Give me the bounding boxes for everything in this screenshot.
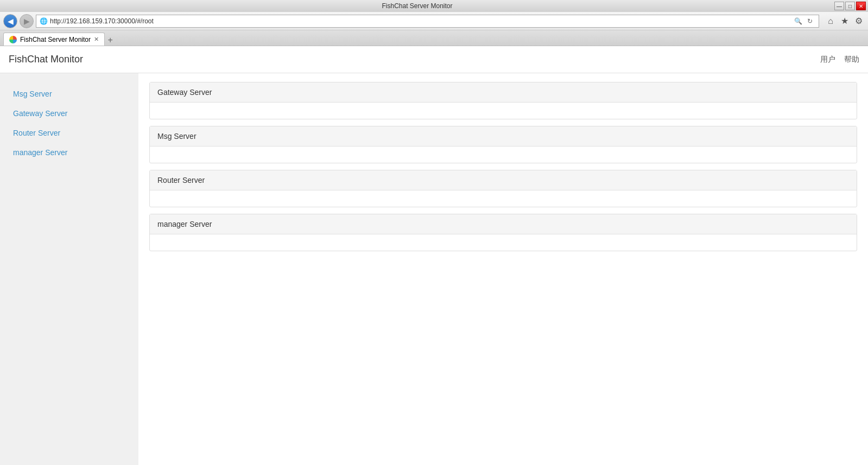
- tab-favicon: [9, 36, 17, 43]
- gateway-server-card-body: [150, 103, 857, 119]
- address-input[interactable]: [50, 17, 793, 25]
- address-actions: 🔍 ↻: [793, 16, 815, 27]
- msg-server-title: Msg Server: [157, 132, 197, 141]
- globe-icon: 🌐: [40, 17, 48, 25]
- router-server-card-body: [150, 190, 857, 207]
- gateway-server-card: Gateway Server: [149, 82, 857, 119]
- browser-toolbar: ◀ ▶ 🌐 🔍 ↻ ⌂ ★ ⚙: [0, 12, 868, 30]
- msg-server-card-body: [150, 146, 857, 163]
- tab-bar: FishChat Server Monitor ✕ +: [0, 30, 868, 46]
- refresh-button[interactable]: ↻: [804, 16, 815, 27]
- title-bar: FishChat Server Monitor — □ ✕: [0, 0, 868, 12]
- router-server-title: Router Server: [157, 176, 205, 184]
- close-button[interactable]: ✕: [856, 2, 866, 10]
- user-link[interactable]: 用户: [820, 55, 835, 65]
- title-bar-text: FishChat Server Monitor: [0, 2, 834, 10]
- browser-chrome: FishChat Server Monitor — □ ✕ ◀ ▶ 🌐 🔍 ↻ …: [0, 0, 868, 46]
- msg-server-card: Msg Server: [149, 126, 857, 163]
- sidebar-item-msg-server[interactable]: Msg Server: [0, 84, 138, 104]
- app-header: FishChat Monitor 用户 帮助: [0, 46, 868, 73]
- new-tab-button[interactable]: +: [105, 35, 116, 46]
- app-title: FishChat Monitor: [9, 54, 83, 65]
- active-tab[interactable]: FishChat Server Monitor ✕: [3, 33, 105, 46]
- tab-label: FishChat Server Monitor: [20, 36, 91, 43]
- msg-server-card-header: Msg Server: [150, 126, 857, 146]
- search-button[interactable]: 🔍: [793, 16, 803, 27]
- header-actions: 用户 帮助: [820, 55, 859, 65]
- minimize-button[interactable]: —: [834, 2, 844, 10]
- settings-icon[interactable]: ⚙: [853, 15, 865, 27]
- forward-button[interactable]: ▶: [20, 14, 34, 28]
- main-content: Gateway Server Msg Server Router Server …: [138, 73, 868, 465]
- manager-server-card: manager Server: [149, 214, 857, 251]
- manager-server-title: manager Server: [157, 220, 212, 228]
- router-server-card: Router Server: [149, 170, 857, 207]
- sidebar-item-gateway-server[interactable]: Gateway Server: [0, 104, 138, 123]
- maximize-button[interactable]: □: [845, 2, 855, 10]
- favorites-icon[interactable]: ★: [839, 15, 851, 27]
- tab-close-button[interactable]: ✕: [94, 36, 99, 43]
- router-server-card-header: Router Server: [150, 170, 857, 190]
- gateway-server-title: Gateway Server: [157, 88, 212, 97]
- help-link[interactable]: 帮助: [844, 55, 859, 65]
- window-controls: — □ ✕: [834, 2, 866, 10]
- app-body: Msg Server Gateway Server Router Server …: [0, 73, 868, 465]
- home-icon[interactable]: ⌂: [825, 15, 837, 27]
- manager-server-card-body: [150, 234, 857, 251]
- browser-toolbar-right: ⌂ ★ ⚙: [825, 15, 865, 27]
- sidebar: Msg Server Gateway Server Router Server …: [0, 73, 138, 465]
- sidebar-item-router-server[interactable]: Router Server: [0, 123, 138, 143]
- manager-server-card-header: manager Server: [150, 214, 857, 234]
- sidebar-item-manager-server[interactable]: manager Server: [0, 143, 138, 162]
- gateway-server-card-header: Gateway Server: [150, 82, 857, 103]
- back-button[interactable]: ◀: [3, 14, 17, 28]
- address-bar: 🌐 🔍 ↻: [36, 15, 819, 28]
